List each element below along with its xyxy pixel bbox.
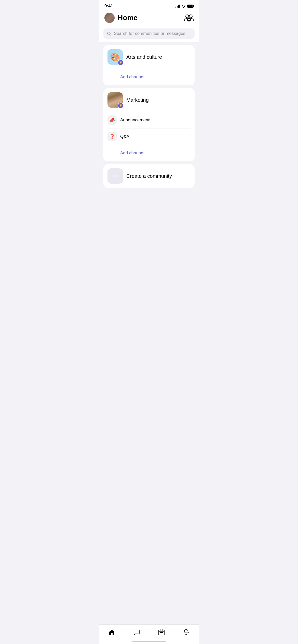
community-badge-arts bbox=[118, 60, 124, 66]
create-community-icon: + bbox=[107, 168, 123, 184]
avatar[interactable] bbox=[104, 13, 115, 23]
svg-point-0 bbox=[186, 15, 189, 18]
add-channel-label-marketing: Add channel bbox=[120, 151, 144, 156]
community-name-arts: Arts and culture bbox=[126, 54, 162, 60]
svg-point-1 bbox=[189, 15, 192, 18]
status-time: 9:41 bbox=[104, 4, 113, 9]
community-badge-marketing bbox=[118, 103, 124, 109]
create-community-card: + Create a community bbox=[103, 164, 195, 188]
search-placeholder-text: Search for communities or messages bbox=[114, 31, 185, 36]
status-bar: 9:41 bbox=[99, 0, 199, 10]
add-people-icon bbox=[184, 14, 194, 22]
header-left: Home bbox=[104, 13, 138, 23]
add-community-button[interactable] bbox=[184, 13, 194, 22]
community-name-marketing: Marketing bbox=[126, 97, 149, 103]
announcements-icon: 📣 bbox=[107, 115, 117, 125]
add-channel-plus-icon-2: + bbox=[107, 149, 117, 158]
community-icon-arts: 🎨 bbox=[107, 49, 123, 65]
community-icon-marketing bbox=[107, 92, 123, 108]
search-container: Search for communities or messages bbox=[99, 26, 199, 42]
signal-icon bbox=[175, 5, 180, 8]
qna-icon: ❓ bbox=[107, 132, 117, 141]
page-title: Home bbox=[118, 14, 138, 22]
header: Home bbox=[99, 10, 199, 26]
content-area: 🎨 Arts and culture + Add channel Marketi… bbox=[99, 42, 199, 191]
search-icon bbox=[107, 32, 111, 36]
add-channel-plus-icon: + bbox=[107, 72, 117, 82]
create-plus-symbol: + bbox=[113, 172, 117, 180]
add-channel-arts[interactable]: + Add channel bbox=[103, 69, 195, 85]
add-channel-label-arts: Add channel bbox=[120, 75, 144, 80]
announcements-label: Announcements bbox=[120, 118, 152, 123]
svg-point-3 bbox=[107, 32, 110, 35]
create-community-label: Create a community bbox=[126, 173, 172, 179]
qna-label: Q&A bbox=[120, 134, 129, 139]
channel-item-announcements[interactable]: 📣 Announcements bbox=[103, 112, 195, 128]
community-card-arts: 🎨 Arts and culture + Add channel bbox=[103, 45, 195, 85]
search-bar[interactable]: Search for communities or messages bbox=[103, 28, 195, 39]
community-header-marketing[interactable]: Marketing bbox=[103, 88, 195, 112]
status-icons bbox=[175, 5, 194, 8]
channel-item-qna[interactable]: ❓ Q&A bbox=[103, 128, 195, 145]
community-header-arts[interactable]: 🎨 Arts and culture bbox=[103, 45, 195, 69]
create-community-row[interactable]: + Create a community bbox=[103, 164, 195, 188]
community-card-marketing: Marketing 📣 Announcements ❓ Q&A + Add ch… bbox=[103, 88, 195, 161]
wifi-icon bbox=[182, 5, 186, 8]
battery-icon bbox=[187, 5, 194, 8]
add-channel-marketing[interactable]: + Add channel bbox=[103, 145, 195, 161]
